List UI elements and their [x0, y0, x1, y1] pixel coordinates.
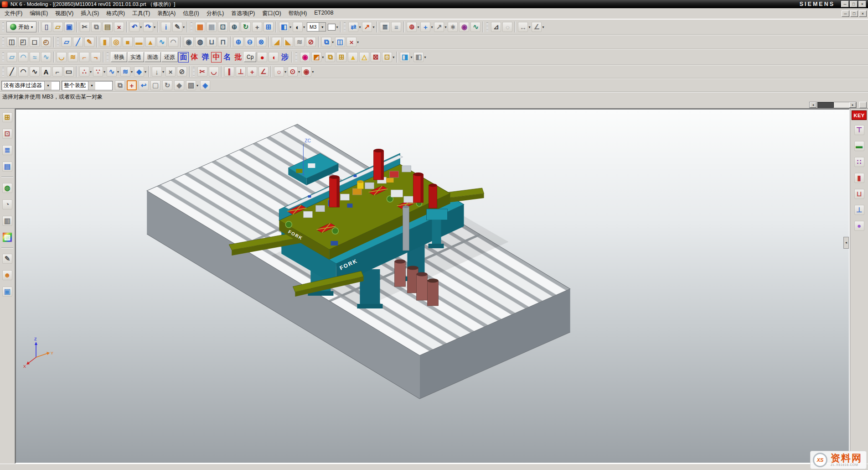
scrollbar-track[interactable]: [816, 102, 849, 108]
start-button[interactable]: 开始▾: [6, 21, 36, 32]
sync-modeling-icon[interactable]: ↗▾: [362, 21, 375, 33]
perpendicular-constraint-icon[interactable]: ⊥: [235, 66, 246, 78]
restore-button[interactable]: 还原: [161, 52, 178, 62]
graphics-window[interactable]: FORK: [16, 110, 849, 463]
horizontal-scrollbar[interactable]: ◂ ▸: [809, 102, 857, 108]
chamfer-icon[interactable]: ◣: [283, 36, 294, 48]
system-scene-icon[interactable]: ▣: [2, 285, 13, 298]
menu-view[interactable]: 视图(V): [52, 8, 77, 19]
delete-feature-icon[interactable]: ×▾: [346, 36, 359, 48]
quick-pick-icon[interactable]: ◆: [174, 79, 185, 91]
selection-filter-combo[interactable]: 没有选择过滤器 ▾: [1, 81, 60, 90]
macro-body-button[interactable]: 体: [189, 52, 200, 63]
rotate-view-icon[interactable]: ↻: [240, 21, 251, 33]
view-single-icon[interactable]: ◻: [29, 36, 40, 48]
zoom-area-icon[interactable]: ⊡: [217, 21, 228, 33]
maximize-button[interactable]: □: [850, 1, 858, 7]
minimize-button[interactable]: ─: [841, 1, 849, 7]
menu-tools[interactable]: 工具(T): [129, 8, 154, 19]
assign-color-icon[interactable]: ◩▾: [311, 51, 324, 63]
ruled-surface-icon[interactable]: ◠: [18, 51, 29, 63]
swept-icon[interactable]: ∿: [156, 36, 167, 48]
general-method-icon[interactable]: ▢: [150, 79, 161, 91]
bend-icon[interactable]: ¬: [90, 51, 101, 63]
part-navigator-icon[interactable]: ≣: [2, 144, 13, 156]
scrollbar-corner-button[interactable]: [859, 102, 867, 108]
key-ball-tool-icon[interactable]: ●: [854, 219, 865, 232]
edge-blend-icon[interactable]: ◢: [271, 36, 282, 48]
sketch-icon[interactable]: ✎: [84, 36, 95, 48]
offset-surface-icon[interactable]: ≋: [67, 51, 78, 63]
chevron-down-icon[interactable]: ▾: [88, 81, 95, 90]
scrollbar-thumb[interactable]: [817, 102, 834, 108]
key-spring-tool-icon[interactable]: ▮: [854, 172, 865, 184]
open-icon[interactable]: ▱: [52, 21, 63, 33]
menu-format[interactable]: 格式(R): [103, 8, 129, 19]
shaded-pick-icon[interactable]: ◈: [200, 79, 211, 91]
menu-information[interactable]: 信息(I): [179, 8, 202, 19]
selection-undo-icon[interactable]: ↩: [138, 79, 149, 91]
view-split-icon[interactable]: ◫: [6, 36, 17, 48]
fit-view-icon[interactable]: ⊞: [263, 21, 274, 33]
pan-view-icon[interactable]: +: [252, 21, 263, 33]
extrude-icon[interactable]: ▮: [99, 36, 110, 48]
key-block-tool-icon[interactable]: ▬: [854, 140, 865, 152]
trimetric-view-icon[interactable]: ◧▾: [279, 21, 292, 33]
text-icon[interactable]: A: [41, 66, 52, 78]
hd3d-tools-icon[interactable]: ◍: [2, 182, 13, 194]
materials-icon[interactable]: ✎: [2, 252, 13, 265]
graphics-viewport[interactable]: FORK: [15, 109, 850, 464]
trim-body-icon[interactable]: ⊘: [305, 36, 316, 48]
menu-window[interactable]: 窗口(O): [258, 8, 284, 19]
cut-icon[interactable]: ✂: [79, 21, 90, 33]
menu-et2008[interactable]: ET2008: [310, 8, 337, 19]
macro-batch-button[interactable]: 批: [233, 52, 243, 63]
subtract-icon[interactable]: ⊖: [244, 36, 255, 48]
face-select-button[interactable]: 面选: [145, 52, 161, 62]
macro-spring-button[interactable]: 弹: [200, 52, 211, 63]
project-curve-icon[interactable]: ↓▾: [151, 66, 165, 78]
export-body-icon[interactable]: ◨▾: [399, 51, 413, 63]
section-curve-icon[interactable]: ⊘: [176, 66, 187, 78]
assembly-navigator-icon[interactable]: ⊞: [2, 111, 13, 123]
menu-preferences[interactable]: 首选项(P): [227, 8, 258, 19]
selection-scope-combo[interactable]: 整个装配 ▾: [62, 81, 113, 90]
wcs-dynamics-icon[interactable]: ⊕▾: [406, 21, 419, 33]
menu-edit[interactable]: 编辑(E): [26, 8, 52, 19]
menu-analysis[interactable]: 分析(L): [203, 8, 228, 19]
spline-icon[interactable]: ∿: [29, 66, 40, 78]
pattern-feature-icon[interactable]: ⧉▾: [321, 36, 334, 48]
datum-axis-icon[interactable]: ╱: [72, 36, 83, 48]
key-post-tool-icon[interactable]: ⊤: [854, 124, 865, 136]
menu-insert[interactable]: 插入(S): [77, 8, 103, 19]
clip-section-icon[interactable]: ⊡▾: [382, 51, 395, 63]
key-cup-tool-icon[interactable]: ⊔: [854, 188, 865, 200]
cone-icon[interactable]: ▲: [145, 36, 156, 48]
flange-icon[interactable]: ⌐: [79, 51, 90, 63]
macro-name-button[interactable]: 名: [222, 52, 232, 63]
measure-distance-icon[interactable]: ↔▾: [517, 21, 531, 33]
parallel-constraint-icon[interactable]: ∥: [224, 66, 235, 78]
datum-plane-icon[interactable]: ▱: [61, 36, 72, 48]
macro-face-button[interactable]: 面: [178, 52, 189, 63]
warn-triangle-icon[interactable]: ▲: [347, 51, 358, 63]
delete-body-icon[interactable]: ⊠: [370, 51, 381, 63]
corner-icon[interactable]: ◡: [208, 66, 219, 78]
roles-icon[interactable]: ☻: [2, 269, 13, 281]
paste-object-icon[interactable]: ⊞: [336, 51, 347, 63]
layer-category-icon[interactable]: ≡: [391, 21, 402, 33]
pattern-curve-icon[interactable]: ◆▾: [134, 66, 147, 78]
mirror-feature-icon[interactable]: ◫: [335, 36, 346, 48]
point-set-icon[interactable]: ∵▾: [93, 66, 106, 78]
swept-surface-icon[interactable]: ∿: [41, 51, 52, 63]
curve-analysis-icon[interactable]: ∿: [470, 21, 481, 33]
point-dialog-icon[interactable]: +▾: [420, 21, 433, 33]
thread-icon[interactable]: ≋: [294, 36, 305, 48]
close-button[interactable]: ×: [858, 1, 866, 7]
guide-post[interactable]: [403, 205, 409, 251]
scroll-left-button[interactable]: ◂: [810, 102, 816, 108]
rectangle-method-icon[interactable]: ▧▾: [186, 79, 199, 91]
macro-she-button[interactable]: 涉: [279, 52, 290, 63]
key-pin-tool-icon[interactable]: ⊥: [854, 204, 865, 216]
preferences-icon[interactable]: ∗: [447, 21, 458, 33]
